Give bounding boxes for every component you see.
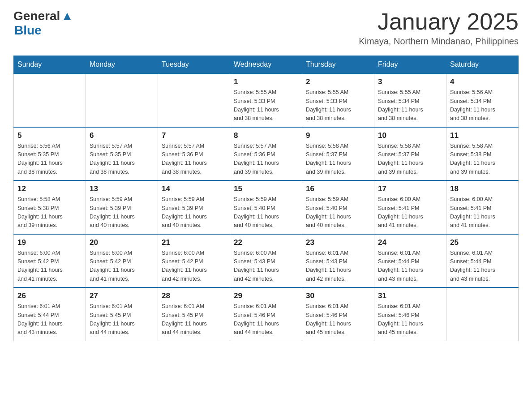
day-info: Sunrise: 5:58 AM Sunset: 5:37 PM Dayligh… — [306, 142, 370, 177]
calendar-cell: 5Sunrise: 5:56 AM Sunset: 5:35 PM Daylig… — [14, 127, 86, 181]
day-number: 31 — [378, 291, 442, 300]
month-year-title: January 2025 — [359, 9, 519, 34]
calendar-cell: 28Sunrise: 6:01 AM Sunset: 5:45 PM Dayli… — [158, 287, 230, 341]
logo-blue-label: Blue — [14, 23, 73, 38]
day-info: Sunrise: 5:58 AM Sunset: 5:37 PM Dayligh… — [378, 142, 442, 177]
calendar-cell: 31Sunrise: 6:01 AM Sunset: 5:46 PM Dayli… — [374, 287, 446, 341]
day-info: Sunrise: 6:00 AM Sunset: 5:41 PM Dayligh… — [378, 195, 442, 230]
day-info: Sunrise: 6:00 AM Sunset: 5:42 PM Dayligh… — [90, 249, 154, 284]
week-row-1: 1Sunrise: 5:55 AM Sunset: 5:33 PM Daylig… — [14, 73, 519, 127]
calendar-cell: 7Sunrise: 5:57 AM Sunset: 5:36 PM Daylig… — [158, 127, 230, 181]
calendar-cell: 8Sunrise: 5:57 AM Sunset: 5:36 PM Daylig… — [230, 127, 302, 181]
calendar-cell: 9Sunrise: 5:58 AM Sunset: 5:37 PM Daylig… — [302, 127, 374, 181]
calendar-cell: 26Sunrise: 6:01 AM Sunset: 5:44 PM Dayli… — [14, 287, 86, 341]
day-info: Sunrise: 5:57 AM Sunset: 5:35 PM Dayligh… — [90, 142, 154, 177]
day-number: 16 — [306, 184, 370, 193]
day-info: Sunrise: 6:00 AM Sunset: 5:42 PM Dayligh… — [17, 249, 82, 284]
calendar-cell: 17Sunrise: 6:00 AM Sunset: 5:41 PM Dayli… — [374, 180, 446, 234]
calendar-cell: 21Sunrise: 6:00 AM Sunset: 5:42 PM Dayli… — [158, 234, 230, 288]
day-number: 24 — [378, 238, 442, 247]
logo-text: General ▲ — [13, 9, 73, 23]
day-number: 15 — [234, 184, 298, 193]
day-info: Sunrise: 6:00 AM Sunset: 5:41 PM Dayligh… — [450, 195, 515, 230]
day-info: Sunrise: 6:01 AM Sunset: 5:45 PM Dayligh… — [162, 302, 226, 337]
header: General ▲ Blue January 2025 Kimaya, Nort… — [13, 9, 519, 47]
calendar-cell: 18Sunrise: 6:00 AM Sunset: 5:41 PM Dayli… — [446, 180, 519, 234]
day-info: Sunrise: 6:01 AM Sunset: 5:43 PM Dayligh… — [306, 249, 370, 284]
week-row-3: 12Sunrise: 5:58 AM Sunset: 5:38 PM Dayli… — [14, 180, 519, 234]
header-row: SundayMondayTuesdayWednesdayThursdayFrid… — [14, 56, 519, 74]
calendar-cell: 25Sunrise: 6:01 AM Sunset: 5:44 PM Dayli… — [446, 234, 519, 288]
day-number: 5 — [17, 131, 82, 140]
location-subtitle: Kimaya, Northern Mindanao, Philippines — [359, 36, 519, 47]
day-number: 8 — [234, 131, 298, 140]
calendar-cell: 15Sunrise: 5:59 AM Sunset: 5:40 PM Dayli… — [230, 180, 302, 234]
calendar-body: 1Sunrise: 5:55 AM Sunset: 5:33 PM Daylig… — [14, 73, 519, 341]
day-info: Sunrise: 5:55 AM Sunset: 5:33 PM Dayligh… — [306, 88, 370, 123]
calendar-cell — [14, 73, 86, 127]
day-number: 17 — [378, 184, 442, 193]
day-number: 29 — [234, 291, 298, 300]
header-cell-wednesday: Wednesday — [230, 56, 302, 74]
day-number: 13 — [90, 184, 154, 193]
calendar-cell: 14Sunrise: 5:59 AM Sunset: 5:39 PM Dayli… — [158, 180, 230, 234]
day-info: Sunrise: 5:55 AM Sunset: 5:33 PM Dayligh… — [234, 88, 298, 123]
day-info: Sunrise: 6:01 AM Sunset: 5:46 PM Dayligh… — [306, 302, 370, 337]
day-info: Sunrise: 5:59 AM Sunset: 5:39 PM Dayligh… — [90, 195, 154, 230]
calendar-table: SundayMondayTuesdayWednesdayThursdayFrid… — [13, 56, 519, 341]
calendar-cell: 2Sunrise: 5:55 AM Sunset: 5:33 PM Daylig… — [302, 73, 374, 127]
header-cell-saturday: Saturday — [446, 56, 519, 74]
day-number: 22 — [234, 238, 298, 247]
logo-general: General — [13, 9, 60, 23]
calendar-cell: 20Sunrise: 6:00 AM Sunset: 5:42 PM Dayli… — [86, 234, 158, 288]
day-number: 19 — [17, 238, 82, 247]
day-info: Sunrise: 5:59 AM Sunset: 5:40 PM Dayligh… — [306, 195, 370, 230]
day-info: Sunrise: 5:57 AM Sunset: 5:36 PM Dayligh… — [162, 142, 226, 177]
day-number: 1 — [234, 77, 298, 86]
calendar-cell: 29Sunrise: 6:01 AM Sunset: 5:46 PM Dayli… — [230, 287, 302, 341]
day-info: Sunrise: 5:59 AM Sunset: 5:40 PM Dayligh… — [234, 195, 298, 230]
calendar-cell: 10Sunrise: 5:58 AM Sunset: 5:37 PM Dayli… — [374, 127, 446, 181]
day-info: Sunrise: 5:56 AM Sunset: 5:34 PM Dayligh… — [450, 88, 515, 123]
calendar-cell: 24Sunrise: 6:01 AM Sunset: 5:44 PM Dayli… — [374, 234, 446, 288]
calendar-cell: 6Sunrise: 5:57 AM Sunset: 5:35 PM Daylig… — [86, 127, 158, 181]
day-info: Sunrise: 5:58 AM Sunset: 5:38 PM Dayligh… — [17, 195, 82, 230]
day-info: Sunrise: 6:01 AM Sunset: 5:44 PM Dayligh… — [17, 302, 82, 337]
day-number: 30 — [306, 291, 370, 300]
day-info: Sunrise: 5:56 AM Sunset: 5:35 PM Dayligh… — [17, 142, 82, 177]
calendar-cell: 3Sunrise: 5:55 AM Sunset: 5:34 PM Daylig… — [374, 73, 446, 127]
calendar-cell — [446, 287, 519, 341]
day-number: 23 — [306, 238, 370, 247]
day-info: Sunrise: 6:01 AM Sunset: 5:44 PM Dayligh… — [450, 249, 515, 284]
week-row-5: 26Sunrise: 6:01 AM Sunset: 5:44 PM Dayli… — [14, 287, 519, 341]
day-info: Sunrise: 6:01 AM Sunset: 5:45 PM Dayligh… — [90, 302, 154, 337]
calendar-cell: 22Sunrise: 6:00 AM Sunset: 5:43 PM Dayli… — [230, 234, 302, 288]
logo-blue-triangle: ▲ — [61, 9, 73, 23]
logo: General ▲ Blue — [13, 9, 73, 38]
day-number: 28 — [162, 291, 226, 300]
day-number: 6 — [90, 131, 154, 140]
title-area: January 2025 Kimaya, Northern Mindanao, … — [359, 9, 519, 47]
day-info: Sunrise: 5:57 AM Sunset: 5:36 PM Dayligh… — [234, 142, 298, 177]
day-number: 11 — [450, 131, 515, 140]
header-cell-sunday: Sunday — [14, 56, 86, 74]
day-number: 10 — [378, 131, 442, 140]
day-number: 14 — [162, 184, 226, 193]
calendar-cell: 13Sunrise: 5:59 AM Sunset: 5:39 PM Dayli… — [86, 180, 158, 234]
calendar-cell: 16Sunrise: 5:59 AM Sunset: 5:40 PM Dayli… — [302, 180, 374, 234]
day-info: Sunrise: 6:00 AM Sunset: 5:42 PM Dayligh… — [162, 249, 226, 284]
day-info: Sunrise: 5:59 AM Sunset: 5:39 PM Dayligh… — [162, 195, 226, 230]
header-cell-monday: Monday — [86, 56, 158, 74]
calendar-cell: 30Sunrise: 6:01 AM Sunset: 5:46 PM Dayli… — [302, 287, 374, 341]
day-number: 2 — [306, 77, 370, 86]
day-number: 20 — [90, 238, 154, 247]
week-row-4: 19Sunrise: 6:00 AM Sunset: 5:42 PM Dayli… — [14, 234, 519, 288]
logo-blue-text: Blue — [14, 23, 42, 37]
calendar-cell — [86, 73, 158, 127]
day-number: 3 — [378, 77, 442, 86]
day-number: 21 — [162, 238, 226, 247]
day-number: 12 — [17, 184, 82, 193]
day-number: 27 — [90, 291, 154, 300]
calendar-cell: 19Sunrise: 6:00 AM Sunset: 5:42 PM Dayli… — [14, 234, 86, 288]
day-number: 9 — [306, 131, 370, 140]
